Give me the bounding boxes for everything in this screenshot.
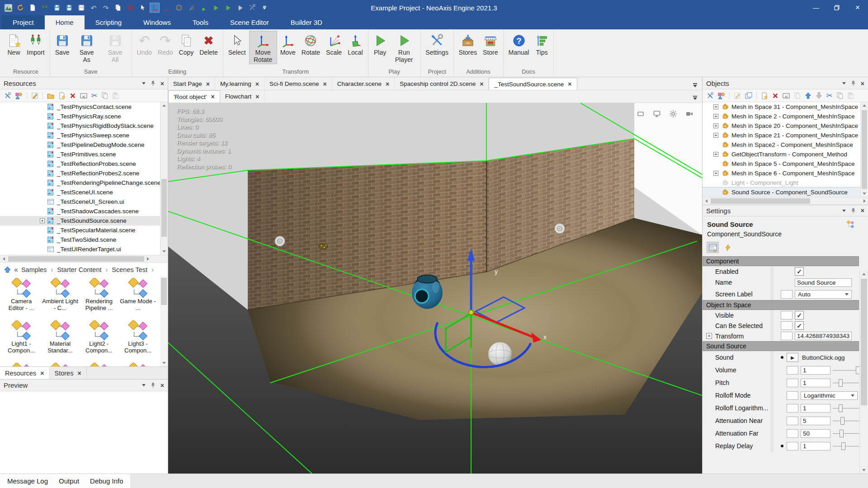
category-sound-source[interactable]: Sound Source xyxy=(703,341,859,351)
object-tree-item[interactable]: + Mesh in Space 5 - Component_MeshInSpac… xyxy=(703,159,868,169)
delete-icon[interactable] xyxy=(772,93,778,99)
volume-field[interactable]: 1 xyxy=(801,366,830,375)
object-tree-item[interactable]: + Mesh in Space2 - Component_MeshInSpace xyxy=(703,140,868,150)
resource-tree-item[interactable]: + _TestTwoSided.scene xyxy=(0,235,168,244)
replay-delay-slider[interactable] xyxy=(833,442,859,450)
restore-button[interactable] xyxy=(826,0,847,15)
category-object-in-space[interactable]: Object In Space xyxy=(703,300,859,310)
scroll-up-icon[interactable] xyxy=(861,102,868,109)
object-tree-item[interactable]: + Mesh in Space 21 - Component_MeshInSpa… xyxy=(703,131,868,140)
camera-button[interactable] xyxy=(684,108,695,120)
save-as-icon[interactable] xyxy=(65,3,74,12)
enabled-checkbox[interactable]: ✓ xyxy=(795,267,804,276)
asset-grid-item[interactable] xyxy=(42,363,79,366)
resource-tree-item[interactable]: + _TestSpecularMaterial.scene xyxy=(0,225,168,235)
insect-mesh[interactable] xyxy=(319,244,328,249)
import-button[interactable]: Import xyxy=(24,31,47,57)
properties-tab[interactable] xyxy=(707,242,719,253)
sub-document-tab[interactable]: 'Root object' × xyxy=(168,90,220,103)
expander-icon[interactable]: + xyxy=(713,123,718,128)
new-button[interactable]: New xyxy=(4,31,24,57)
options-icon[interactable] xyxy=(707,92,714,99)
asset-grid-item[interactable]: Game Mode - ... xyxy=(119,278,156,320)
pin-icon[interactable] xyxy=(151,80,156,86)
asset-grid-item[interactable]: Light2 - Compon... xyxy=(80,320,118,363)
shapes-icon[interactable] xyxy=(15,92,23,99)
minimize-button[interactable]: — xyxy=(806,0,826,15)
scroll-down-icon[interactable] xyxy=(860,467,868,474)
scroll-right-icon[interactable] xyxy=(144,255,151,263)
move-rotate-button[interactable]: Move Rotate xyxy=(249,31,277,64)
play-icon[interactable] xyxy=(211,3,220,12)
cut-icon[interactable]: ✂ xyxy=(826,92,832,99)
resource-tree-item[interactable]: + _TestSceneUI.scene xyxy=(0,188,168,197)
select-button[interactable]: Select xyxy=(226,31,249,57)
transform-field[interactable]: 14.4268874938343 -0 xyxy=(795,332,852,340)
undo-icon[interactable]: ↶ xyxy=(89,3,98,12)
save-button[interactable]: Save xyxy=(52,31,72,57)
document-tab[interactable]: My.learning × xyxy=(215,78,264,90)
pin-icon[interactable] xyxy=(151,382,156,388)
run-player-button[interactable]: Run Player xyxy=(390,31,418,64)
scroll-left-icon[interactable] xyxy=(0,255,7,263)
pitch-slider[interactable] xyxy=(833,379,859,387)
menu-item[interactable]: Scene Editor xyxy=(219,15,280,29)
resource-tree-item[interactable]: + _TestSceneUI_Screen.ui xyxy=(0,197,168,206)
copy-icon[interactable] xyxy=(113,3,123,12)
expander-icon[interactable]: + xyxy=(706,333,712,339)
edit-icon[interactable] xyxy=(734,92,741,99)
toolbar-overflow-icon[interactable] xyxy=(260,3,269,12)
default-flag-box[interactable] xyxy=(787,429,798,438)
asset-grid-item[interactable]: Ambient Light - C... xyxy=(42,278,79,320)
close-icon[interactable]: × xyxy=(568,81,571,87)
visible-checkbox[interactable]: ✓ xyxy=(795,311,804,319)
can-be-selected-checkbox[interactable]: ✓ xyxy=(795,321,804,330)
resource-tree-item[interactable]: + _TestReflectionProbes2.scene xyxy=(0,169,168,178)
close-icon[interactable]: × xyxy=(206,81,210,87)
shapes-icon[interactable] xyxy=(718,92,725,99)
scale-tool-icon[interactable] xyxy=(187,3,196,12)
tab-list-icon[interactable] xyxy=(693,82,698,89)
resource-tree-item[interactable]: + _TestPhysicsContact.scene xyxy=(0,102,168,112)
settings-vscrollbar[interactable] xyxy=(859,271,868,474)
asset-grid-item[interactable]: Camera Editor - ... xyxy=(3,278,40,320)
document-tab[interactable]: Character.scene × xyxy=(332,78,395,90)
store-button[interactable]: Store xyxy=(480,31,500,57)
sub-document-tab[interactable]: Flowchart × xyxy=(220,90,265,103)
panel-menu-icon[interactable] xyxy=(842,210,846,212)
breadcrumb-item[interactable]: Scenes Test xyxy=(112,266,154,273)
document-tab[interactable]: Start Page × xyxy=(168,78,215,90)
scene-viewport[interactable]: y x FPS: 68.3Triangles: 60600Lines: 0Dra… xyxy=(168,103,702,474)
panel-menu-icon[interactable] xyxy=(142,82,146,84)
duplicate-icon[interactable] xyxy=(794,92,801,99)
rename-icon[interactable] xyxy=(80,92,87,99)
asset-grid-item[interactable] xyxy=(119,363,156,366)
light-marker-icon[interactable] xyxy=(275,236,285,246)
close-icon[interactable]: × xyxy=(480,81,483,87)
pitch-field[interactable]: 1 xyxy=(801,379,830,387)
objects-tree-vscrollbar[interactable] xyxy=(860,102,868,197)
default-flag-box[interactable] xyxy=(787,404,798,413)
object-tree-item[interactable]: + Mesh in Space 6 - Component_MeshInSpac… xyxy=(703,169,868,178)
resource-tree-item[interactable]: + _TestSoundSource.scene xyxy=(0,216,168,225)
new-object-icon[interactable] xyxy=(761,92,768,99)
dock-tab[interactable]: Stores × xyxy=(50,367,87,379)
play2-icon[interactable] xyxy=(223,3,232,12)
bottom-tab[interactable]: Message Log xyxy=(2,474,53,488)
default-flag-box[interactable] xyxy=(787,379,798,387)
move-tool-icon[interactable] xyxy=(162,3,171,12)
new-file-icon[interactable] xyxy=(28,3,37,12)
document-tab[interactable]: Spaceship control 2D.scene × xyxy=(395,78,489,90)
default-flag-box[interactable] xyxy=(787,417,798,425)
rolloff-mode-dropdown[interactable]: Logarithmic xyxy=(801,391,858,400)
attenuation-near-slider[interactable] xyxy=(833,417,859,425)
save-all-button[interactable]: Save All xyxy=(101,31,129,64)
asset-grid-item[interactable]: Material Standar... xyxy=(42,320,79,363)
asset-grid-item[interactable] xyxy=(80,363,118,366)
local-button[interactable]: Local xyxy=(345,31,365,57)
default-flag-box[interactable] xyxy=(787,442,798,450)
dock-tab[interactable]: Resources × xyxy=(0,366,50,379)
play-button[interactable]: Play xyxy=(371,31,390,57)
cut-icon[interactable]: ✂ xyxy=(91,92,97,99)
collapse-path-icon[interactable]: « xyxy=(14,266,18,274)
